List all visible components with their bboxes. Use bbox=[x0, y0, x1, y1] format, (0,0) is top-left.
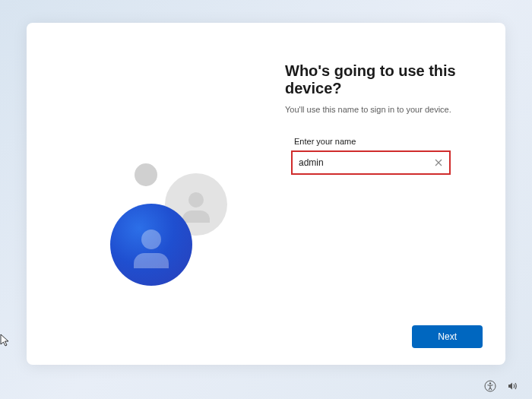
svg-point-1 bbox=[489, 382, 491, 384]
name-input[interactable] bbox=[294, 154, 432, 172]
close-icon bbox=[435, 159, 442, 166]
decorative-circle bbox=[135, 163, 157, 186]
page-title: Who's going to use this device? bbox=[285, 62, 483, 97]
accessibility-button[interactable] bbox=[483, 379, 497, 393]
illustration-pane bbox=[27, 23, 277, 365]
form-pane: Who's going to use this device? You'll u… bbox=[277, 23, 505, 365]
volume-button[interactable] bbox=[506, 379, 520, 393]
page-subtitle: You'll use this name to sign in to your … bbox=[285, 105, 483, 114]
next-button[interactable]: Next bbox=[412, 325, 483, 348]
setup-dialog: Who's going to use this device? You'll u… bbox=[27, 23, 505, 365]
volume-icon bbox=[507, 380, 519, 392]
clear-input-button[interactable] bbox=[432, 157, 445, 169]
mouse-cursor-icon bbox=[0, 334, 11, 350]
name-input-highlight bbox=[291, 150, 451, 175]
person-icon-blue bbox=[110, 204, 192, 286]
system-tray bbox=[483, 379, 520, 393]
accessibility-icon bbox=[484, 380, 496, 392]
name-field-label: Enter your name bbox=[294, 137, 483, 146]
